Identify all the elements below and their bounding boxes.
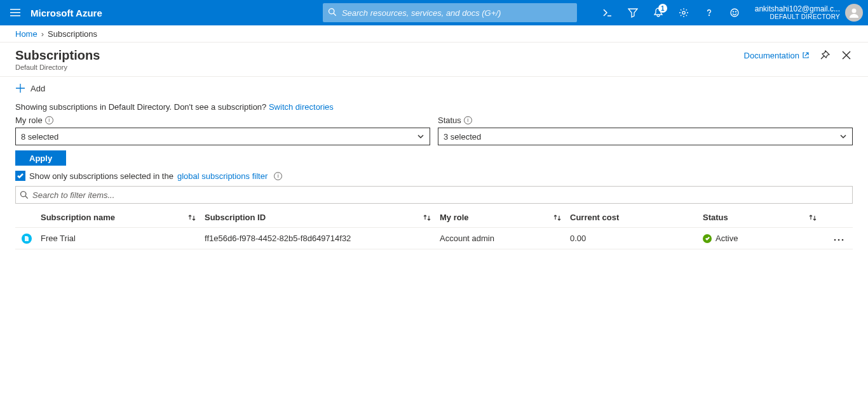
sort-button[interactable] [187, 213, 197, 223]
cell-name: Free Trial [41, 234, 76, 243]
account-email: ankitshahi102@gmail.c... [755, 5, 840, 13]
svg-point-9 [834, 239, 836, 241]
breadcrumb-home[interactable]: Home [15, 29, 37, 39]
info-icon[interactable]: i [45, 116, 53, 124]
plus-icon [15, 83, 25, 93]
global-filter-checkbox[interactable] [15, 171, 25, 181]
sort-button[interactable] [808, 213, 818, 223]
svg-rect-2 [10, 15, 20, 17]
info-message-text: Showing subscriptions in Default Directo… [15, 102, 269, 112]
global-filter-checkbox-row: Show only subscriptions selected in the … [0, 169, 868, 186]
help-button[interactable] [696, 0, 722, 25]
gear-icon [679, 8, 689, 18]
search-icon [328, 8, 337, 18]
col-header-role[interactable]: My role [440, 213, 469, 222]
account-directory: DEFAULT DIRECTORY [755, 13, 840, 20]
avatar [845, 4, 863, 22]
apply-button[interactable]: Apply [15, 150, 66, 166]
global-subscriptions-filter-link[interactable]: global subscriptions filter [177, 171, 268, 181]
info-icon[interactable]: i [464, 116, 472, 124]
svg-point-4 [709, 15, 710, 16]
role-filter-label: My role [15, 116, 43, 125]
svg-point-7 [735, 11, 736, 13]
top-header: Microsoft Azure 1 [0, 0, 868, 25]
status-filter-dropdown[interactable]: 3 selected [438, 128, 853, 145]
svg-rect-1 [10, 12, 20, 13]
feedback-button[interactable] [722, 0, 747, 25]
notification-badge: 1 [658, 4, 667, 13]
breadcrumb-current: Subscriptions [48, 29, 97, 39]
col-header-cost[interactable]: Current cost [570, 213, 619, 222]
close-button[interactable] [840, 49, 853, 62]
cloud-shell-icon [602, 8, 613, 18]
hamburger-menu[interactable] [0, 0, 31, 25]
cloud-shell-button[interactable] [595, 0, 620, 25]
hamburger-icon [10, 8, 20, 18]
svg-point-8 [852, 9, 857, 13]
check-icon [17, 172, 24, 180]
status-filter-label: Status [438, 116, 461, 125]
checkbox-text: Show only subscriptions selected in the [29, 171, 173, 181]
documentation-link[interactable]: Documentation [744, 51, 810, 60]
pin-icon [820, 50, 830, 60]
notifications-button[interactable]: 1 [646, 0, 671, 25]
sort-button[interactable] [552, 213, 562, 223]
breadcrumb: Home › Subscriptions [0, 25, 868, 43]
external-link-icon [802, 51, 810, 59]
person-icon [848, 6, 860, 19]
subscription-icon [22, 234, 32, 244]
filter-row: My role i 8 selected Status i 3 selected [0, 116, 868, 145]
svg-point-10 [838, 239, 840, 241]
pin-button[interactable] [818, 49, 831, 62]
col-header-name[interactable]: Subscription name [41, 213, 115, 222]
ellipsis-icon [834, 239, 844, 241]
row-more-button[interactable] [829, 231, 849, 246]
global-search[interactable] [323, 3, 577, 22]
directory-filter-button[interactable] [620, 0, 646, 25]
help-icon [704, 8, 714, 18]
svg-point-6 [733, 11, 734, 13]
page-subtitle: Default Directory [15, 63, 744, 71]
svg-point-5 [731, 9, 738, 17]
svg-point-3 [682, 11, 685, 14]
account-menu[interactable]: ankitshahi102@gmail.c... DEFAULT DIRECTO… [747, 4, 868, 22]
add-button[interactable]: Add [15, 81, 45, 96]
search-icon [20, 190, 29, 199]
chevron-down-icon [839, 133, 847, 140]
switch-directories-link[interactable]: Switch directories [269, 102, 334, 112]
cell-id: ff1e56d6-f978-4452-82b5-f8d649714f32 [205, 234, 351, 243]
page-title: Subscriptions [15, 48, 744, 63]
status-ok-icon [703, 234, 712, 243]
table-header: Subscription name Subscription ID My rol… [15, 208, 853, 228]
svg-rect-0 [10, 9, 20, 10]
table-row[interactable]: Free Trial ff1e56d6-f978-4452-82b5-f8d64… [15, 228, 853, 249]
settings-button[interactable] [671, 0, 696, 25]
table-filter-input[interactable] [32, 190, 848, 200]
documentation-label: Documentation [744, 51, 799, 60]
sort-button[interactable] [422, 213, 432, 223]
subscriptions-table: Subscription name Subscription ID My rol… [15, 208, 853, 249]
toolbar: Add [0, 77, 868, 100]
col-header-id[interactable]: Subscription ID [205, 213, 266, 222]
role-filter-value: 8 selected [21, 132, 58, 142]
add-label: Add [31, 84, 45, 93]
close-icon [841, 50, 851, 60]
chevron-down-icon [417, 133, 424, 140]
info-message: Showing subscriptions in Default Directo… [0, 100, 868, 116]
role-filter-dropdown[interactable]: 8 selected [15, 128, 430, 145]
filter-icon [628, 8, 638, 18]
col-header-status[interactable]: Status [703, 213, 728, 222]
cell-status: Active [715, 234, 738, 243]
cell-role: Account admin [440, 234, 494, 243]
cell-cost: 0.00 [570, 234, 586, 243]
breadcrumb-separator: › [41, 29, 44, 39]
smiley-icon [729, 8, 740, 18]
brand[interactable]: Microsoft Azure [31, 8, 115, 18]
blade-header: Subscriptions Default Directory Document… [0, 43, 868, 77]
status-filter-value: 3 selected [444, 132, 481, 142]
info-icon[interactable]: i [274, 172, 282, 180]
global-search-input[interactable] [342, 8, 572, 18]
svg-point-11 [842, 239, 844, 241]
table-filter-search[interactable] [15, 186, 853, 204]
